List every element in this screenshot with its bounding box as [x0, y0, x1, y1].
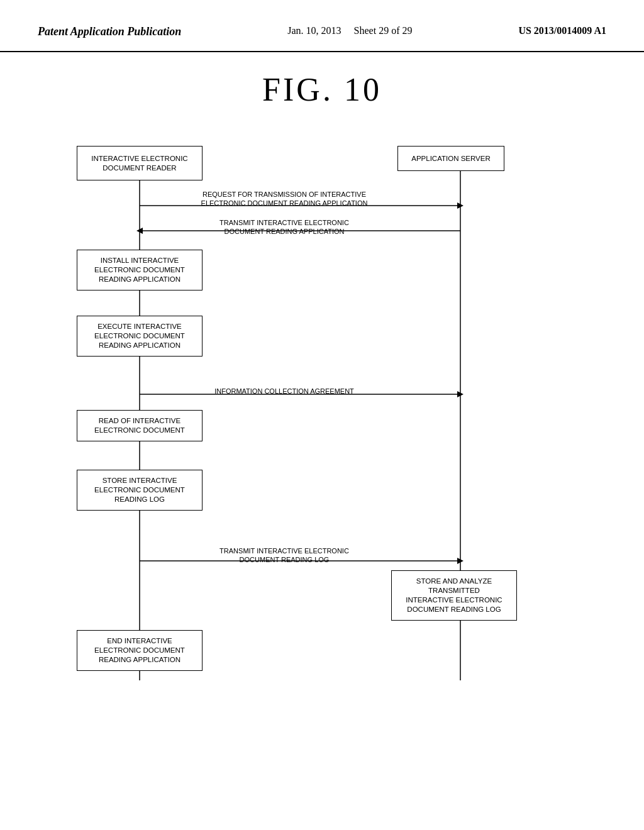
store-analyze-box: STORE AND ANALYZE TRANSMITTED INTERACTIV… — [391, 570, 517, 621]
request-label: REQUEST FOR TRANSMISSION OF INTERACTIVE … — [165, 190, 404, 208]
reader-box: INTERACTIVE ELECTRONIC DOCUMENT READER — [77, 146, 203, 180]
header: Patent Application Publication Jan. 10, … — [0, 0, 644, 52]
read-box: READ OF INTERACTIVE ELECTRONIC DOCUMENT — [77, 410, 203, 441]
install-box: INSTALL INTERACTIVE ELECTRONIC DOCUMENT … — [77, 250, 203, 290]
svg-marker-9 — [457, 558, 464, 564]
publication-label: Patent Application Publication — [38, 25, 181, 38]
transmit-log-label: TRANSMIT INTERACTIVE ELECTRONIC DOCUMENT… — [165, 546, 404, 565]
diagram: INTERACTIVE ELECTRONIC DOCUMENT READER A… — [39, 133, 605, 699]
header-center: Jan. 10, 2013 Sheet 29 of 29 — [287, 25, 412, 36]
figure-title: FIG. 10 — [0, 71, 644, 108]
svg-marker-3 — [457, 202, 464, 209]
svg-marker-7 — [457, 391, 464, 397]
page: Patent Application Publication Jan. 10, … — [0, 0, 644, 830]
transmit-app-label: TRANSMIT INTERACTIVE ELECTRONIC DOCUMENT… — [165, 218, 404, 236]
patent-number: US 2013/0014009 A1 — [518, 25, 606, 36]
sheet-label: Sheet 29 of 29 — [354, 25, 413, 36]
execute-box: EXECUTE INTERACTIVE ELECTRONIC DOCUMENT … — [77, 316, 203, 357]
end-box: END INTERACTIVE ELECTRONIC DOCUMENT READ… — [77, 630, 203, 671]
app-server-box: APPLICATION SERVER — [397, 146, 504, 171]
info-collection-label: INFORMATION COLLECTION AGREEMENT — [165, 387, 404, 396]
store-log-box: STORE INTERACTIVE ELECTRONIC DOCUMENT RE… — [77, 470, 203, 511]
date-label: Jan. 10, 2013 — [287, 25, 341, 36]
svg-marker-5 — [136, 228, 143, 234]
